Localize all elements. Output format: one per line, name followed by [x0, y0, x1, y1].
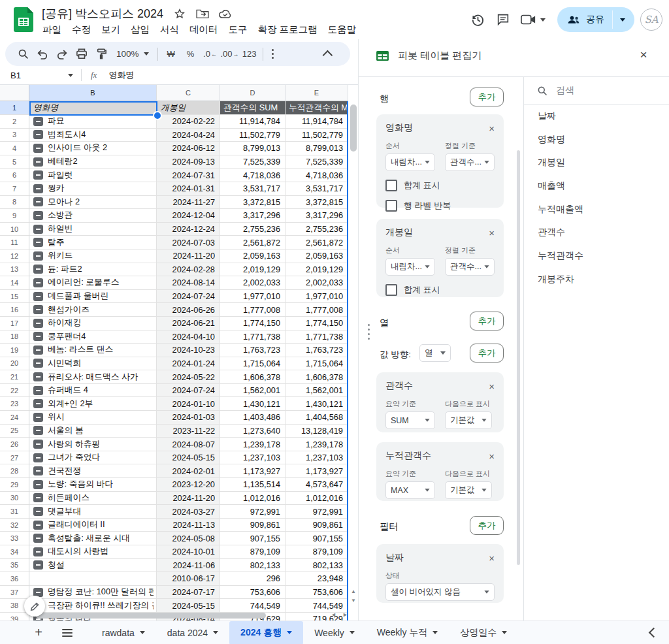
- row-number[interactable]: 29: [0, 478, 29, 492]
- audience-sum-cell[interactable]: 1,777,008: [220, 303, 286, 317]
- cumulative-max-cell[interactable]: 1,237,103: [286, 451, 348, 465]
- cumulative-max-cell[interactable]: 1,173,927: [286, 464, 348, 478]
- movie-name-cell[interactable]: 데드풀과 울버린: [29, 290, 157, 304]
- movie-name-cell[interactable]: 에이리언: 로물루스: [29, 276, 157, 290]
- row-number[interactable]: 12: [0, 250, 29, 263]
- sort-by-dropdown[interactable]: 관객수...: [445, 153, 495, 171]
- movie-name-cell[interactable]: 위키드: [29, 250, 157, 263]
- release-date-cell[interactable]: 2024-10-23: [157, 344, 220, 357]
- release-date-cell[interactable]: 2024-01-03: [157, 411, 220, 425]
- audience-sum-cell[interactable]: 2,755,236: [220, 223, 286, 236]
- sheet-tab[interactable]: 상영일수: [449, 621, 518, 644]
- menu-item[interactable]: 확장 프로그램: [253, 22, 323, 38]
- movie-name-cell[interactable]: 청설: [29, 559, 157, 573]
- sheet-tab[interactable]: 2024 흥행: [229, 621, 303, 644]
- release-date-cell[interactable]: 2024-07-17: [157, 586, 220, 600]
- collapse-group-icon[interactable]: [33, 144, 43, 153]
- release-date-cell[interactable]: 2024-08-07: [157, 438, 220, 451]
- row-number[interactable]: 9: [0, 209, 29, 223]
- collapse-group-icon[interactable]: [33, 560, 43, 570]
- audience-sum-cell[interactable]: 907,155: [220, 532, 286, 545]
- collapse-group-icon[interactable]: [33, 521, 43, 530]
- movie-name-cell[interactable]: 파일럿: [29, 169, 157, 182]
- release-date-cell[interactable]: 2024-05-22: [157, 370, 220, 384]
- comments-icon[interactable]: [493, 10, 513, 29]
- row-number[interactable]: 16: [0, 303, 29, 317]
- field-list-item[interactable]: 개봉주차: [524, 268, 669, 291]
- audience-sum-cell[interactable]: 1,135,514: [220, 478, 286, 492]
- movie-name-cell[interactable]: 노량: 죽음의 바다: [29, 478, 157, 492]
- audience-sum-cell[interactable]: 1,237,103: [220, 451, 286, 465]
- field-list-item[interactable]: 매출액: [524, 174, 669, 198]
- audience-sum-cell[interactable]: 1,012,016: [220, 492, 286, 506]
- cumulative-max-cell[interactable]: 23,948: [286, 572, 348, 586]
- audience-sum-cell[interactable]: 2,019,129: [220, 263, 286, 277]
- collapse-group-icon[interactable]: [33, 399, 43, 408]
- move-folder-icon[interactable]: [196, 7, 209, 20]
- menu-item[interactable]: 파일: [37, 22, 67, 38]
- cumulative-max-cell[interactable]: 1,404,568: [286, 411, 348, 425]
- add-columns-button[interactable]: 추가: [470, 312, 504, 330]
- vertical-scrollbar[interactable]: [350, 105, 357, 152]
- collapse-group-icon[interactable]: [33, 440, 43, 449]
- row-number[interactable]: 11: [0, 236, 29, 250]
- zoom-control[interactable]: 100%: [111, 49, 154, 59]
- sheet-tab-menu-icon[interactable]: [140, 631, 145, 634]
- share-button[interactable]: 공유: [557, 7, 634, 32]
- field-list-item[interactable]: 누적관객수: [524, 244, 669, 268]
- more-formats-icon[interactable]: 123: [240, 45, 259, 63]
- filter-status-dropdown[interactable]: 셀이 비어있지 않음: [385, 583, 495, 601]
- release-date-cell[interactable]: 2024-02-01: [157, 464, 220, 478]
- release-date-cell[interactable]: 2024-07-24: [157, 290, 220, 304]
- name-box[interactable]: B1: [0, 71, 81, 80]
- pivot-value-header[interactable]: 관객수의 SUM: [220, 101, 286, 115]
- remove-icon[interactable]: ×: [489, 227, 495, 238]
- audience-sum-cell[interactable]: 1,771,738: [220, 330, 286, 344]
- collapse-group-icon[interactable]: [33, 466, 43, 475]
- cumulative-max-cell[interactable]: 3,372,815: [286, 196, 348, 210]
- release-date-cell[interactable]: 2024-05-15: [157, 599, 220, 613]
- audience-sum-cell[interactable]: 1,403,486: [220, 411, 286, 425]
- sheet-tab-menu-icon[interactable]: [287, 631, 292, 634]
- release-date-cell[interactable]: 2024-11-27: [157, 196, 220, 210]
- menu-item[interactable]: 도움말: [323, 22, 362, 38]
- row-number[interactable]: 6: [0, 169, 29, 182]
- row-number[interactable]: 22: [0, 384, 29, 398]
- cumulative-max-cell[interactable]: 4,573,647: [286, 478, 348, 492]
- audience-sum-cell[interactable]: 296: [220, 572, 286, 586]
- row-number[interactable]: 35: [0, 559, 29, 573]
- movie-name-cell[interactable]: 글래디에이터 II: [29, 519, 157, 532]
- row-number[interactable]: 33: [0, 532, 29, 545]
- release-date-cell[interactable]: 2024-07-31: [157, 169, 220, 182]
- row-number[interactable]: 5: [0, 155, 29, 169]
- field-list-item[interactable]: 날짜: [524, 105, 669, 128]
- cloud-saved-icon[interactable]: [219, 7, 232, 20]
- release-date-cell[interactable]: 2024-01-10: [157, 397, 220, 411]
- movie-name-cell[interactable]: 사랑의 하츄핑: [29, 438, 157, 451]
- audience-sum-cell[interactable]: 4,718,036: [220, 169, 286, 182]
- cumulative-max-cell[interactable]: 907,155: [286, 532, 348, 545]
- cumulative-max-cell[interactable]: 1,239,178: [286, 438, 348, 451]
- movie-name-cell[interactable]: 퓨리오사: 매드맥스 사가: [29, 370, 157, 384]
- movie-name-cell[interactable]: [29, 572, 157, 586]
- collapse-group-icon[interactable]: [33, 265, 43, 274]
- cumulative-max-cell[interactable]: 1,012,016: [286, 492, 348, 506]
- cumulative-max-cell[interactable]: 3,531,717: [286, 182, 348, 196]
- row-number[interactable]: 2: [0, 115, 29, 129]
- column-header-d[interactable]: D: [220, 85, 286, 101]
- add-filter-button[interactable]: 추가: [470, 516, 504, 535]
- release-date-cell[interactable]: 2023-12-20: [157, 478, 220, 492]
- movie-name-cell[interactable]: 웡카: [29, 182, 157, 196]
- collapse-group-icon[interactable]: [33, 117, 43, 126]
- cumulative-max-cell[interactable]: 972,991: [286, 505, 348, 519]
- cumulative-max-cell[interactable]: 1,430,121: [286, 397, 348, 411]
- movie-name-cell[interactable]: 탈주: [29, 236, 157, 250]
- release-date-cell[interactable]: 2024-11-20: [157, 250, 220, 263]
- cumulative-max-cell[interactable]: 1,771,738: [286, 330, 348, 344]
- cumulative-max-cell[interactable]: 7,525,339: [286, 155, 348, 169]
- movie-name-cell[interactable]: 쿵푸팬더4: [29, 330, 157, 344]
- row-number[interactable]: 26: [0, 438, 29, 451]
- movie-name-cell[interactable]: 파묘: [29, 115, 157, 129]
- row-number[interactable]: 10: [0, 223, 29, 236]
- row-number[interactable]: 13: [0, 263, 29, 277]
